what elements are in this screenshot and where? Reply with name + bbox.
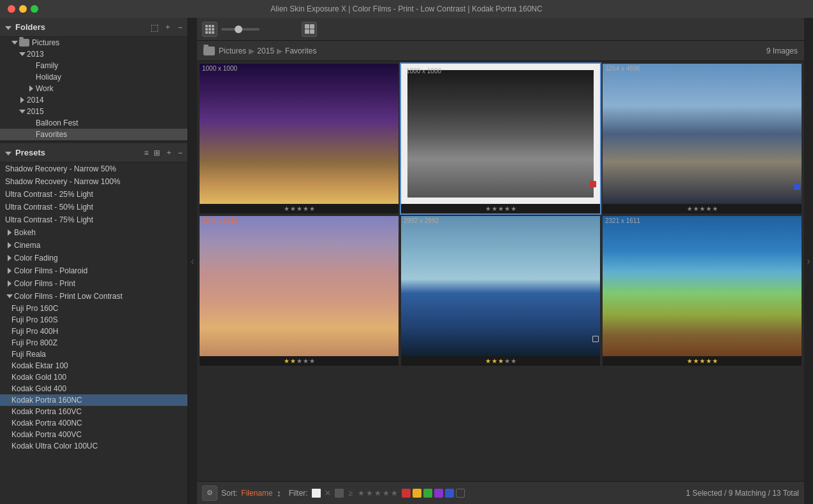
star-6-2[interactable]: ★ [693,357,699,364]
preset-uc75[interactable]: Ultra Contrast - 75% Light [0,213,187,226]
star-5-5[interactable]: ★ [511,357,516,364]
image-cell-5[interactable]: 2992 x 2992 ★ ★ ★ ★ ★ [401,216,600,366]
large-grid-button[interactable] [302,22,317,37]
preset-portra400vc[interactable]: Kodak Portra 400VC [0,429,187,440]
star-3-5[interactable]: ★ [712,205,718,212]
polaroid-arrow[interactable] [5,266,14,275]
image-cell-3[interactable]: 3264 x 4896 ★ ★ ★ ★ ★ [603,64,802,213]
preset-fuji400h[interactable]: Fuji Pro 400H [0,326,187,337]
printlc-arrow[interactable] [5,292,14,301]
folder-item-work[interactable]: Work [0,83,187,94]
folders-minus-icon[interactable]: − [178,23,182,32]
cinema-arrow[interactable] [5,241,14,250]
star-5-1[interactable]: ★ [485,357,491,364]
star-1-5[interactable]: ★ [309,205,315,212]
folder-item-pictures[interactable]: Pictures [0,37,187,48]
star-4-5[interactable]: ★ [309,357,315,364]
maximize-button[interactable] [31,5,38,13]
star-1-2[interactable]: ★ [290,205,296,212]
presets-collapse-icon[interactable] [5,148,11,157]
image-cell-4[interactable]: 2048 x 1536 ★ ★ ★ ★ ★ [200,216,399,366]
image-cell-1[interactable]: 1000 x 1000 ★ ★ ★ ★ ★ [200,64,399,213]
filter-star-4[interactable]: ★ [383,489,390,498]
preset-gold400[interactable]: Kodak Gold 400 [0,383,187,394]
filter-white-box[interactable] [312,489,321,498]
presets-grid-icon[interactable]: ⊞ [154,148,160,157]
star-4-4[interactable]: ★ [303,357,309,364]
preset-cat-polaroid[interactable]: Color Films - Polaroid [0,264,187,277]
preset-cat-printlc[interactable]: Color Films - Print Low Contrast [0,290,187,303]
star-2-4[interactable]: ★ [504,205,510,212]
preset-cat-cinema[interactable]: Cinema [0,239,187,252]
breadcrumb-favorites[interactable]: Favorites [285,47,316,55]
preset-uc25[interactable]: Ultra Contrast - 25% Light [0,188,187,201]
folder-item-2015[interactable]: 2015 [0,106,187,117]
color-filter-green[interactable] [423,489,432,498]
star-1-4[interactable]: ★ [303,205,309,212]
color-filter-red[interactable] [402,489,411,498]
2014-arrow[interactable] [18,96,27,104]
collapse-left-panel[interactable]: ‹ [188,18,197,504]
folder-item-balloon[interactable]: Balloon Fest [0,117,187,129]
sort-direction-icon[interactable]: ↕ [277,488,281,498]
print-arrow[interactable] [5,279,14,288]
folder-item-holiday[interactable]: Holiday [0,71,187,83]
preset-portra160vc[interactable]: Kodak Portra 160VC [0,406,187,417]
close-button[interactable] [8,5,15,13]
folder-item-2014[interactable]: 2014 [0,94,187,106]
filter-star-1[interactable]: ★ [358,489,365,498]
work-arrow[interactable] [27,84,36,93]
folder-item-2013[interactable]: 2013 [0,48,187,60]
preset-cat-bokeh[interactable]: Bokeh [0,226,187,239]
preset-sr100[interactable]: Shadow Recovery - Narrow 100% [0,175,187,188]
star-6-1[interactable]: ★ [687,357,692,364]
collapse-right-panel[interactable]: › [804,18,813,504]
star-5-4[interactable]: ★ [504,357,510,364]
settings-button[interactable]: ⚙ [202,486,217,501]
bokeh-arrow[interactable] [5,228,14,237]
preset-cat-colorfading[interactable]: Color Fading [0,252,187,264]
star-3-2[interactable]: ★ [693,205,699,212]
star-3-1[interactable]: ★ [687,205,692,212]
breadcrumb-2015[interactable]: 2015 [257,47,274,55]
preset-sr50[interactable]: Shadow Recovery - Narrow 50% [0,162,187,175]
2015-arrow[interactable] [18,107,27,116]
folders-add-icon[interactable]: ＋ [164,22,172,32]
star-6-4[interactable]: ★ [706,357,712,364]
2013-arrow[interactable] [18,50,27,59]
image-cell-2[interactable]: 1000 x 1000 ★ ★ ★ ★ ★ [401,64,600,213]
star-6-5[interactable]: ★ [712,357,718,364]
folder-item-family[interactable]: Family [0,60,187,71]
preset-ektar100[interactable]: Kodak Ektar 100 [0,360,187,371]
star-4-1[interactable]: ★ [284,357,289,364]
star-5-2[interactable]: ★ [492,357,497,364]
star-2-2[interactable]: ★ [492,205,497,212]
star-3-4[interactable]: ★ [706,205,712,212]
color-filter-blue[interactable] [445,489,454,498]
filter-dark-box[interactable] [335,489,344,498]
colorfading-arrow[interactable] [5,254,14,263]
preset-ultracolor100uc[interactable]: Kodak Ultra Color 100UC [0,440,187,452]
star-1-3[interactable]: ★ [297,205,302,212]
preset-portra400nc[interactable]: Kodak Portra 400NC [0,417,187,429]
star-3-3[interactable]: ★ [699,205,705,212]
minimize-button[interactable] [19,5,27,13]
sort-value[interactable]: Filename [241,489,272,498]
filter-star-5[interactable]: ★ [391,489,398,498]
presets-minus-icon[interactable]: − [178,148,182,157]
star-4-2[interactable]: ★ [290,357,296,364]
star-1-1[interactable]: ★ [284,205,289,212]
preset-cat-print[interactable]: Color Films - Print [0,277,187,290]
color-filter-yellow[interactable] [413,489,421,498]
star-5-3[interactable]: ★ [498,357,504,364]
image-cell-6[interactable]: 2321 x 1611 ★ ★ ★ ★ ★ [603,216,802,366]
zoom-slider[interactable] [221,28,260,31]
folder-item-favorites[interactable]: Favorites [0,129,187,140]
preset-portra160nc[interactable]: Kodak Portra 160NC [0,394,187,406]
preset-uc50[interactable]: Ultra Contrast - 50% Light [0,201,187,213]
preset-fuji160s[interactable]: Fuji Pro 160S [0,314,187,326]
preset-gold100[interactable]: Kodak Gold 100 [0,371,187,383]
color-filter-purple[interactable] [434,489,443,498]
star-6-3[interactable]: ★ [699,357,705,364]
presets-add-icon[interactable]: ＋ [165,147,173,158]
